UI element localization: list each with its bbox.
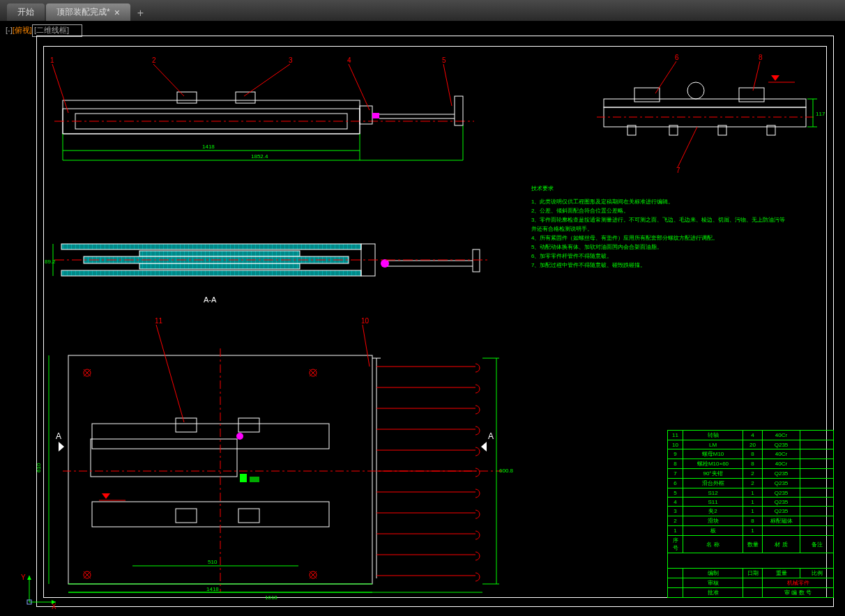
ucs-x: X (52, 603, 56, 610)
ucs-icon: X Y (21, 571, 60, 610)
svg-rect-32 (473, 249, 480, 272)
drawing-canvas[interactable]: [-][俯视][二维线框] (0, 21, 845, 616)
titleblock-row-d: 批准审 编 数 号 (668, 588, 834, 598)
plus-icon: + (137, 7, 144, 19)
svg-line-78 (156, 325, 184, 422)
dim-1852: 1852.4 (251, 153, 268, 160)
svg-line-14 (153, 64, 184, 96)
tab-start-label: 开始 (17, 6, 34, 18)
bom-header: 序号名 称数量材 质备注 (668, 536, 834, 553)
tab-add-button[interactable]: + (132, 6, 149, 21)
top-view: 1 2 3 4 5 1418 1852.4 (50, 56, 474, 160)
notes-title: 技术要求 (531, 184, 785, 193)
svg-line-16 (349, 64, 370, 110)
titleblock-row-b: 编制日期重量比例 (668, 569, 834, 578)
bom-row-9: 9螺母M10840Cr (668, 449, 834, 459)
bom-row-4: 4S111Q235 (668, 498, 834, 507)
svg-point-61 (236, 433, 243, 440)
note-line-8: 7、加配过程中管件不得随意破、碰毁跌碰撞。 (531, 261, 785, 270)
callout-5: 5 (442, 56, 446, 64)
svg-line-46 (753, 61, 760, 91)
svg-rect-59 (176, 509, 197, 523)
note-line-7: 6、加零零件杆管件不得随意破。 (531, 252, 785, 261)
svg-marker-48 (771, 75, 779, 81)
bom-row-5: 5S121Q235 (668, 488, 834, 498)
svg-line-47 (678, 127, 697, 167)
note-line-2: 2、公差、倾斜面配合符合位置公差略。 (531, 206, 785, 215)
note-line-6: 5、动配动体换有体、加软对油面国内会合架面油脂。 (531, 242, 785, 252)
titleblock-row-c: 审核机械零件 (668, 578, 834, 588)
callout-6: 6 (675, 54, 679, 61)
tab-document-label: 顶部装配完成* (56, 6, 110, 18)
svg-rect-25 (139, 251, 300, 256)
svg-rect-9 (372, 113, 379, 118)
dim-89: 89.2 (45, 259, 56, 265)
dim-1418a: 1418 (202, 144, 215, 150)
svg-rect-39 (739, 88, 764, 102)
bom-row-7: 790°夹钳2Q235 (668, 469, 834, 479)
note-line-3: 3、零件面轮廓检查是按通常测量进行。不可测之面、飞边、毛边来、棱边、切屑、污物、… (531, 215, 785, 224)
dim-1618: 1618 (265, 594, 277, 601)
svg-rect-57 (176, 418, 197, 432)
note-line-1: 1、此类说明仅供工程图形及定稿期间在关标准进行编辑。 (531, 197, 785, 206)
svg-marker-77 (481, 442, 487, 452)
dim-117: 117 (816, 111, 825, 117)
callout-1: 1 (50, 56, 54, 64)
titleblock-row-a (668, 553, 834, 569)
svg-rect-53 (68, 355, 372, 584)
callout-10: 10 (361, 317, 370, 325)
callout-3: 3 (289, 56, 293, 64)
svg-rect-58 (238, 418, 259, 432)
bom-row-6: 6滑台外框2Q235 (668, 479, 834, 488)
bom-row-3: 3夹21Q235 (668, 507, 834, 516)
dim-510: 510 (208, 559, 218, 565)
callout-4: 4 (347, 56, 351, 64)
svg-rect-82 (240, 474, 247, 482)
bom-row-1: 1板1 (668, 526, 834, 536)
svg-rect-6 (177, 92, 197, 103)
callout-8: 8 (759, 54, 763, 61)
section-label: A-A (204, 295, 217, 304)
dim-1418b: 1418 (206, 586, 219, 592)
svg-line-17 (443, 64, 452, 106)
note-line-5: 4、所有紧固件（如螺丝母、有垫件）应用所有配套部分螺纹方配进行调配。 (531, 233, 785, 242)
svg-rect-55 (92, 502, 329, 527)
technical-notes: 技术要求 1、此类说明仅供工程图形及定稿期间在关标准进行编辑。 2、公差、倾斜面… (531, 184, 785, 270)
bom-row-8: 8螺栓M10×60840Cr (668, 459, 834, 469)
svg-rect-23 (61, 244, 361, 249)
svg-marker-108 (27, 576, 31, 580)
note-line-4: 并还有合格检测说明手。 (531, 224, 785, 233)
svg-rect-60 (238, 509, 259, 523)
tab-close-icon[interactable]: × (114, 7, 120, 18)
dim-610: 610 (36, 463, 42, 472)
callout-11: 11 (155, 317, 163, 325)
svg-marker-80 (102, 493, 110, 499)
svg-rect-38 (634, 88, 660, 102)
tab-document[interactable]: 顶部装配完成* × (46, 3, 130, 21)
dim-600: 600.8 (499, 468, 514, 474)
svg-rect-26 (139, 263, 300, 269)
title-block: 11转轴440Cr 10LM20Q235 9螺母M10840Cr 8螺栓M10×… (667, 430, 834, 598)
svg-line-13 (52, 64, 68, 113)
svg-line-79 (363, 325, 370, 367)
bom-row-10: 10LM20Q235 (668, 440, 834, 449)
section-aa: 89.2 A-A (45, 244, 488, 304)
callout-7: 7 (676, 167, 680, 174)
section-arrow-left: A (56, 431, 61, 441)
svg-rect-83 (250, 477, 259, 482)
side-view: 6 8 7 117 (597, 54, 825, 174)
svg-marker-76 (59, 442, 64, 452)
svg-rect-7 (236, 92, 255, 103)
svg-point-37 (687, 82, 704, 99)
callout-2: 2 (152, 56, 156, 64)
plan-view: A A 11 10 (36, 317, 514, 601)
svg-rect-54 (92, 424, 329, 449)
ucs-y: Y (21, 573, 26, 581)
svg-rect-24 (61, 270, 361, 276)
bom-row-11: 11转轴440Cr (668, 431, 834, 440)
tab-bar: 开始 顶部装配完成* × + (0, 0, 845, 21)
section-arrow-right: A (488, 431, 494, 441)
bom-row-2: 2滑块8标配磁体 (668, 516, 834, 526)
tab-start[interactable]: 开始 (7, 3, 45, 21)
svg-line-45 (655, 61, 676, 93)
